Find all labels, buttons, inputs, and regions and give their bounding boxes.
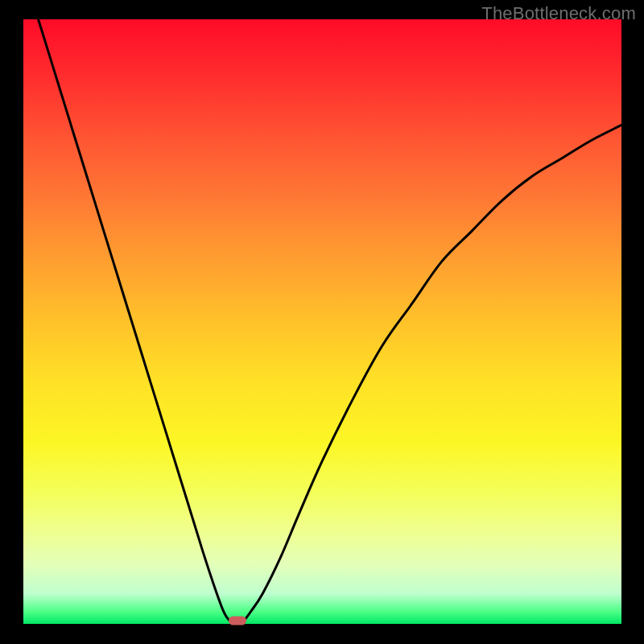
watermark-text: TheBottleneck.com <box>481 3 636 24</box>
curve-right-branch <box>242 125 621 624</box>
curve-left-branch <box>39 19 234 624</box>
chart-frame: TheBottleneck.com <box>0 0 644 644</box>
optimum-marker <box>229 617 246 625</box>
plot-area <box>23 19 621 624</box>
bottleneck-curve <box>23 19 621 624</box>
